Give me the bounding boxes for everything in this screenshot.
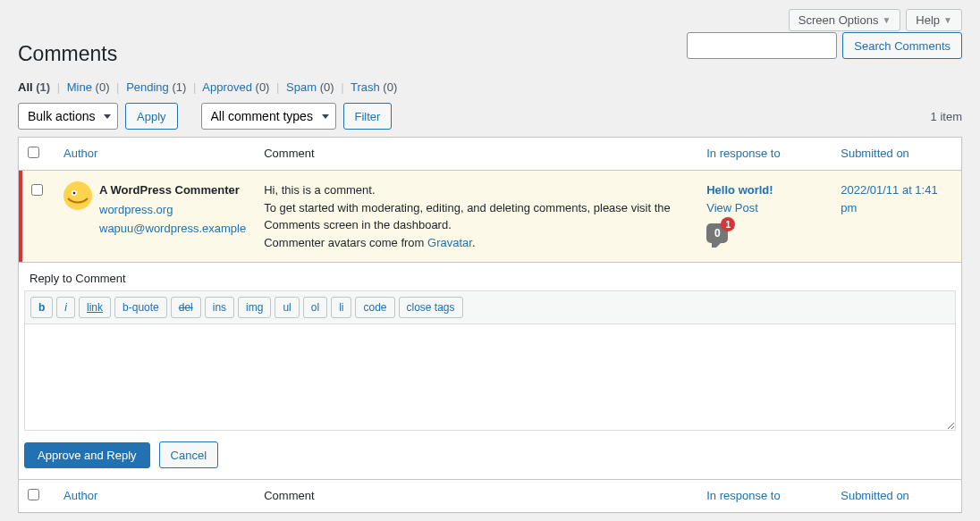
qt-code-button[interactable]: code [355,297,394,318]
row-checkbox[interactable] [31,184,43,196]
qt-li-button[interactable]: li [331,297,351,318]
help-button[interactable]: Help ▼ [906,9,962,31]
col-submitted-foot[interactable]: Submitted on [841,489,909,502]
cancel-reply-button[interactable]: Cancel [159,441,218,468]
reply-textarea[interactable] [24,324,956,431]
apply-button[interactable]: Apply [125,103,178,130]
screen-options-label: Screen Options [798,13,879,27]
comment-author-email[interactable]: wapuu@wordpress.example [99,220,246,238]
filter-pending[interactable]: Pending (1) [126,80,190,94]
select-all-bottom[interactable] [28,489,39,500]
comments-table: Author Comment In response to Submitted … [18,137,962,513]
comment-text-line: To get started with moderating, editing,… [264,199,689,234]
item-count: 1 item [931,110,962,123]
avatar [63,181,92,210]
approve-and-reply-button[interactable]: Approve and Reply [24,442,150,468]
comment-author-name: A WordPress Commenter [99,183,240,197]
col-comment: Comment [255,138,697,171]
col-response[interactable]: In response to [706,147,780,160]
filter-all[interactable]: All (1) [18,80,54,94]
filter-spam[interactable]: Spam (0) [286,80,337,94]
qt-ul-button[interactable]: ul [275,297,299,318]
comment-text-line: Commenter avatars come from Gravatar. [264,234,689,252]
comment-date[interactable]: 2022/01/11 at 1:41 pm [841,183,937,214]
col-comment-foot: Comment [255,480,697,513]
col-submitted[interactable]: Submitted on [841,147,909,160]
qt-link-button[interactable]: link [79,297,111,318]
screen-options-button[interactable]: Screen Options ▼ [789,9,901,31]
bulk-actions-select[interactable]: Bulk actions [18,103,118,130]
comment-status-filters: All (1) | Mine (0) | Pending (1) | Appro… [18,80,962,94]
comment-types-select[interactable]: All comment types [201,103,336,130]
view-post-link[interactable]: View Post [706,201,758,214]
select-all-top[interactable] [28,147,39,158]
chevron-down-icon: ▼ [943,15,952,25]
gravatar-link[interactable]: Gravatar [427,236,472,249]
filter-button[interactable]: Filter [343,103,393,130]
qt-bold-button[interactable]: b [30,297,53,318]
qt-close-button[interactable]: close tags [399,297,463,318]
col-author[interactable]: Author [63,147,97,160]
quicktags-toolbar: b i link b-quote del ins img ul ol li co… [24,290,956,324]
table-row: A WordPress Commenter wordpress.org wapu… [19,171,962,263]
comment-text-line: Hi, this is a comment. [264,181,689,199]
pending-badge: 1 [721,217,735,231]
filter-mine[interactable]: Mine (0) [67,80,113,94]
filter-approved[interactable]: Approved (0) [202,80,273,94]
qt-img-button[interactable]: img [238,297,271,318]
help-label: Help [916,13,940,27]
qt-ol-button[interactable]: ol [303,297,327,318]
comment-count-bubble[interactable]: 0 1 [706,223,728,243]
col-author-foot[interactable]: Author [63,489,97,502]
qt-del-button[interactable]: del [171,297,201,318]
col-response-foot[interactable]: In response to [706,489,780,502]
qt-bquote-button[interactable]: b-quote [114,297,167,318]
search-comments-button[interactable]: Search Comments [842,32,962,59]
response-post-title[interactable]: Hello world! [706,183,773,197]
svg-point-0 [63,181,92,210]
comment-author-url[interactable]: wordpress.org [99,201,246,219]
search-comments-input[interactable] [687,32,837,59]
qt-ins-button[interactable]: ins [205,297,234,318]
qt-italic-button[interactable]: i [56,297,75,318]
chevron-down-icon: ▼ [882,15,891,25]
reply-title: Reply to Comment [24,263,956,290]
filter-trash[interactable]: Trash (0) [351,80,397,94]
svg-point-2 [73,192,76,195]
